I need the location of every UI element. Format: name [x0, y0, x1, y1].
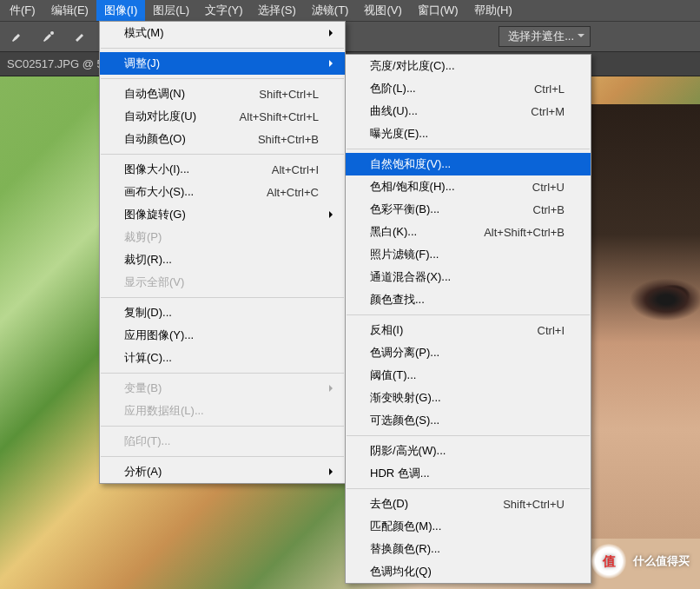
menu-文字(Y)[interactable]: 文字(Y): [197, 0, 250, 21]
menu-item[interactable]: 自动对比度(U)Alt+Shift+Ctrl+L: [100, 105, 345, 128]
menu-shortcut: Alt+Ctrl+I: [272, 163, 319, 176]
menu-item-label: 自动颜色(O): [124, 131, 237, 147]
menu-shortcut: Ctrl+I: [538, 324, 565, 337]
menu-item[interactable]: 色调分离(P)...: [346, 341, 591, 364]
menu-item-label: 自动色调(N): [124, 86, 238, 102]
menu-item[interactable]: 自然饱和度(V)...: [346, 153, 591, 175]
document-tab[interactable]: SC02517.JPG @ 5: [7, 57, 103, 70]
menu-item-label: 自动对比度(U): [124, 109, 219, 124]
menu-item-label: HDR 色调...: [370, 466, 565, 481]
menu-separator: [347, 488, 590, 489]
menu-窗口(W)[interactable]: 窗口(W): [410, 0, 466, 21]
menu-shortcut: Ctrl+B: [533, 203, 565, 216]
brush-icon[interactable]: [68, 26, 92, 47]
menu-item[interactable]: 颜色查找...: [346, 288, 591, 311]
adjustments-submenu: 亮度/对比度(C)...色阶(L)...Ctrl+L曲线(U)...Ctrl+M…: [345, 54, 591, 584]
menu-item[interactable]: 画布大小(S)...Alt+Ctrl+C: [100, 181, 345, 203]
menu-编辑(E)[interactable]: 编辑(E): [43, 0, 96, 21]
menu-item[interactable]: 亮度/对比度(C)...: [346, 55, 591, 77]
menu-item-label: 变量(B): [124, 381, 319, 396]
menu-item-label: 黑白(K)...: [370, 224, 463, 240]
menu-shortcut: Shift+Ctrl+B: [258, 133, 319, 146]
menu-item-label: 图像旋转(G): [124, 207, 319, 222]
menu-item[interactable]: 去色(D)Shift+Ctrl+U: [346, 493, 591, 515]
menu-item-label: 颜色查找...: [370, 292, 565, 308]
menu-item[interactable]: 模式(M): [100, 22, 345, 44]
menu-item-label: 通道混合器(X)...: [370, 269, 565, 285]
menu-item: 裁剪(P): [100, 226, 345, 248]
menu-item[interactable]: 应用图像(Y)...: [100, 324, 345, 347]
menu-item-label: 自然饱和度(V)...: [370, 156, 565, 172]
menu-item[interactable]: HDR 色调...: [346, 462, 591, 485]
menu-item-label: 画布大小(S)...: [124, 184, 246, 200]
menu-item[interactable]: 裁切(R)...: [100, 248, 345, 271]
menu-item[interactable]: 曝光度(E)...: [346, 122, 591, 145]
menu-item[interactable]: 反相(I)Ctrl+I: [346, 319, 591, 341]
brush-icon[interactable]: [5, 26, 30, 47]
menu-separator: [101, 297, 344, 298]
watermark-text: 什么值得买: [633, 553, 690, 569]
menu-item[interactable]: 复制(D)...: [100, 301, 345, 324]
menu-item-label: 可选颜色(S)...: [370, 413, 565, 428]
menu-item: 陷印(T)...: [100, 430, 345, 453]
menu-item[interactable]: 自动颜色(O)Shift+Ctrl+B: [100, 128, 345, 150]
menu-item-label: 裁剪(P): [124, 229, 319, 245]
menu-separator: [101, 78, 344, 79]
select-and-mask-button[interactable]: 选择并遮住...: [499, 26, 591, 47]
menu-item-label: 替换颜色(R)...: [370, 541, 565, 557]
menu-item[interactable]: 阴影/高光(W)...: [346, 440, 591, 462]
menu-item[interactable]: 替换颜色(R)...: [346, 538, 591, 560]
menu-bar: 件(F)编辑(E)图像(I)图层(L)文字(Y)选择(S)滤镜(T)视图(V)窗…: [0, 0, 700, 21]
menu-图像(I)[interactable]: 图像(I): [96, 0, 145, 21]
menu-item[interactable]: 自动色调(N)Shift+Ctrl+L: [100, 83, 345, 105]
menu-shortcut: Shift+Ctrl+U: [503, 498, 565, 511]
menu-滤镜(T)[interactable]: 滤镜(T): [304, 0, 357, 21]
menu-separator: [101, 154, 344, 155]
menu-item[interactable]: 曲线(U)...Ctrl+M: [346, 100, 591, 122]
menu-shortcut: Shift+Ctrl+L: [259, 88, 319, 101]
menu-item[interactable]: 匹配颜色(M)...: [346, 515, 591, 538]
svg-point-0: [50, 31, 54, 35]
menu-item[interactable]: 色调均化(Q): [346, 560, 591, 583]
menu-shortcut: Ctrl+U: [532, 181, 565, 194]
menu-图层(L)[interactable]: 图层(L): [145, 0, 197, 21]
menu-item-label: 照片滤镜(F)...: [370, 247, 565, 262]
menu-item[interactable]: 可选颜色(S)...: [346, 409, 591, 432]
menu-item-label: 调整(J): [124, 56, 319, 71]
menu-件(F)[interactable]: 件(F): [2, 0, 43, 21]
menu-separator: [347, 314, 590, 315]
menu-item[interactable]: 图像旋转(G): [100, 203, 345, 226]
menu-shortcut: Ctrl+M: [531, 105, 565, 118]
menu-item[interactable]: 色阶(L)...Ctrl+L: [346, 77, 591, 100]
menu-separator: [101, 48, 344, 49]
watermark: 值 什么值得买: [591, 544, 690, 579]
menu-item-label: 反相(I): [370, 322, 517, 338]
menu-item-label: 色彩平衡(B)...: [370, 202, 512, 217]
menu-item-label: 模式(M): [124, 25, 319, 41]
menu-item-label: 阴影/高光(W)...: [370, 443, 565, 459]
menu-item-label: 显示全部(V): [124, 275, 319, 290]
menu-item[interactable]: 通道混合器(X)...: [346, 266, 591, 288]
menu-item[interactable]: 计算(C)...: [100, 347, 345, 369]
menu-shortcut: Alt+Shift+Ctrl+L: [240, 110, 319, 123]
menu-item[interactable]: 阈值(T)...: [346, 364, 591, 387]
brush-icon[interactable]: [36, 26, 61, 47]
menu-item[interactable]: 图像大小(I)...Alt+Ctrl+I: [100, 158, 345, 181]
menu-item[interactable]: 调整(J): [100, 52, 345, 75]
menu-item: 显示全部(V): [100, 271, 345, 294]
menu-选择(S)[interactable]: 选择(S): [250, 0, 303, 21]
menu-separator: [101, 426, 344, 427]
menu-item[interactable]: 渐变映射(G)...: [346, 387, 591, 409]
menu-item-label: 亮度/对比度(C)...: [370, 58, 565, 74]
menu-item-label: 计算(C)...: [124, 350, 319, 366]
menu-shortcut: Ctrl+L: [534, 83, 565, 96]
menu-item[interactable]: 色相/饱和度(H)...Ctrl+U: [346, 175, 591, 198]
menu-item-label: 色相/饱和度(H)...: [370, 179, 512, 195]
menu-视图(V)[interactable]: 视图(V): [356, 0, 409, 21]
menu-item-label: 图像大小(I)...: [124, 162, 251, 177]
menu-item[interactable]: 色彩平衡(B)...Ctrl+B: [346, 198, 591, 221]
menu-item[interactable]: 照片滤镜(F)...: [346, 243, 591, 266]
menu-item[interactable]: 分析(A): [100, 460, 345, 483]
menu-帮助(H)[interactable]: 帮助(H): [466, 0, 520, 21]
menu-item[interactable]: 黑白(K)...Alt+Shift+Ctrl+B: [346, 221, 591, 243]
